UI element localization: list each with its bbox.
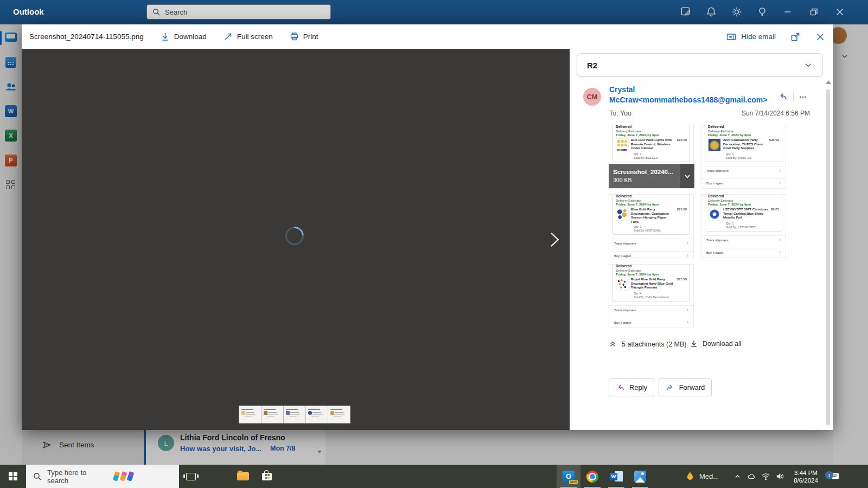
notifications-bell-icon[interactable]	[705, 6, 717, 18]
list-scroll-down-icon[interactable]	[317, 451, 322, 453]
message-sender[interactable]: Lithia Ford Lincoln of Fresno	[180, 433, 285, 442]
flame-icon	[686, 471, 694, 482]
forward-icon	[666, 383, 675, 392]
powerpoint-icon[interactable]: P	[5, 155, 17, 166]
my-day-icon[interactable]	[680, 6, 692, 18]
attachments-summary[interactable]: 5 attachments (2 MB)	[608, 339, 687, 349]
start-button[interactable]	[0, 465, 26, 488]
calendar-icon[interactable]	[5, 56, 17, 68]
product-image	[616, 208, 629, 221]
wifi-icon[interactable]	[761, 472, 770, 481]
taskbar-photos-icon[interactable]	[628, 465, 652, 488]
close-preview-button[interactable]	[815, 31, 826, 42]
avatar: L	[158, 435, 174, 451]
background-right-edge	[833, 24, 868, 465]
to-recipient: To: You	[609, 110, 631, 117]
reply-button[interactable]: Reply	[609, 378, 654, 396]
print-icon	[289, 31, 299, 42]
next-attachment-button[interactable]	[544, 228, 565, 252]
scrollbar[interactable]	[826, 89, 830, 425]
chevron-down-icon[interactable]	[841, 53, 848, 60]
email-date: Sun 7/14/2024 6:56 PM	[742, 110, 810, 117]
fullscreen-icon	[223, 31, 233, 42]
sender-avatar[interactable]: CM	[583, 88, 601, 106]
search-input[interactable]: Search	[146, 4, 331, 20]
attachment-hover-card[interactable]: Screenshot_20240... 300 KB	[609, 164, 694, 188]
word-icon[interactable]: W	[5, 105, 17, 117]
order-screenshot[interactable]: Delivered Delivery Estimate Friday, June…	[609, 264, 694, 328]
minimize-icon[interactable]	[782, 6, 794, 18]
onedrive-cloud-icon[interactable]	[747, 472, 756, 481]
attachment-name: Screenshot_20240...	[613, 169, 680, 175]
forward-button[interactable]: Forward	[659, 378, 712, 396]
hide-email-icon	[726, 31, 737, 42]
tips-lightbulb-icon[interactable]	[756, 6, 768, 18]
sidebar-item-sent-items[interactable]: Sent Items	[42, 440, 94, 450]
clock-date: 8/6/2024	[794, 477, 818, 484]
chevron-down-icon[interactable]	[804, 61, 813, 69]
notification-count-badge: 1	[825, 471, 833, 479]
reply-icon[interactable]	[777, 91, 788, 101]
product-image	[708, 208, 721, 221]
excel-icon[interactable]: X	[5, 130, 17, 142]
email-subject: R2	[587, 61, 597, 70]
file-explorer-icon[interactable]	[231, 465, 255, 488]
attachment-options-button[interactable]	[680, 164, 694, 188]
message-subject[interactable]: How was your visit, Jo...	[180, 445, 261, 453]
restore-window-icon[interactable]	[808, 6, 820, 18]
fullscreen-button[interactable]: Full screen	[223, 31, 273, 42]
taskbar-outlook-icon[interactable]: ONEW	[557, 465, 580, 488]
people-icon[interactable]	[5, 81, 17, 93]
message-list: L Lithia Ford Lincoln of Fresno How was …	[144, 430, 326, 465]
email-reading-pane: R2 CM Crystal McCraw<mommatheboss1488@gm…	[570, 49, 833, 430]
order-screenshot[interactable]: Delivered Delivery Estimate Friday, June…	[701, 125, 786, 189]
search-icon	[152, 8, 161, 16]
show-hidden-icons-chevron[interactable]	[733, 472, 742, 481]
taskbar-search-placeholder: Type here to search	[47, 468, 108, 485]
attachment-thumbnail[interactable]	[328, 406, 350, 423]
hide-email-button[interactable]: Hide email	[726, 31, 776, 42]
order-screenshot[interactable]: Delivered Delivery Estimate Friday, June…	[609, 194, 694, 258]
print-button[interactable]: Print	[289, 31, 318, 42]
task-view-icon[interactable]	[179, 465, 203, 488]
product-image	[708, 138, 721, 151]
reply-icon	[616, 383, 625, 392]
taskbar-clock[interactable]: 3:44 PM 8/6/2024	[794, 469, 818, 484]
more-apps-icon[interactable]	[5, 179, 17, 191]
scroll-up-arrow[interactable]	[826, 80, 831, 84]
more-options-icon[interactable]: ⋯	[799, 92, 807, 101]
attachment-thumbnail[interactable]	[283, 406, 306, 423]
image-preview-canvas	[22, 49, 570, 430]
outlook-titlebar: Outlook Search	[0, 0, 868, 24]
product-image	[616, 278, 629, 291]
subject-header[interactable]: R2	[577, 53, 823, 77]
taskbar-word-icon[interactable]	[604, 465, 628, 488]
windows-logo-icon	[9, 472, 17, 481]
screen: Outlook Search	[0, 0, 868, 488]
clock-time: 3:44 PM	[794, 469, 818, 477]
news-and-interests[interactable]: Med...	[686, 465, 719, 488]
attachment-thumbnail[interactable]	[305, 406, 328, 423]
mail-icon[interactable]	[5, 31, 17, 43]
attachment-thumbnail[interactable]	[239, 406, 261, 423]
download-all-button[interactable]: Download all	[690, 339, 742, 348]
chevron-down-icon	[684, 172, 691, 180]
taskbar-chrome-icon[interactable]	[580, 465, 604, 488]
open-in-new-window-button[interactable]	[790, 31, 801, 42]
message-date: Mon 7/8	[270, 445, 296, 452]
search-placeholder: Search	[165, 8, 187, 16]
settings-gear-icon[interactable]	[731, 6, 743, 18]
volume-icon[interactable]	[775, 472, 784, 481]
attachment-thumbnail[interactable]	[261, 406, 284, 423]
taskbar-search-input[interactable]: Type here to search	[26, 465, 179, 488]
loading-spinner	[282, 223, 308, 249]
action-center-icon[interactable]: 1	[827, 471, 844, 481]
microsoft-store-icon[interactable]	[255, 465, 279, 488]
order-screenshot[interactable]: Delivered Delivery Estimate Friday, June…	[701, 194, 786, 258]
sender-name-email[interactable]: Crystal McCraw<mommatheboss1488@gmail.co…	[609, 85, 772, 105]
close-icon	[815, 31, 826, 42]
download-button[interactable]: Download	[160, 31, 207, 42]
news-label: Med...	[699, 472, 719, 480]
close-window-icon[interactable]	[834, 6, 846, 18]
folder-label: Sent Items	[59, 441, 94, 449]
